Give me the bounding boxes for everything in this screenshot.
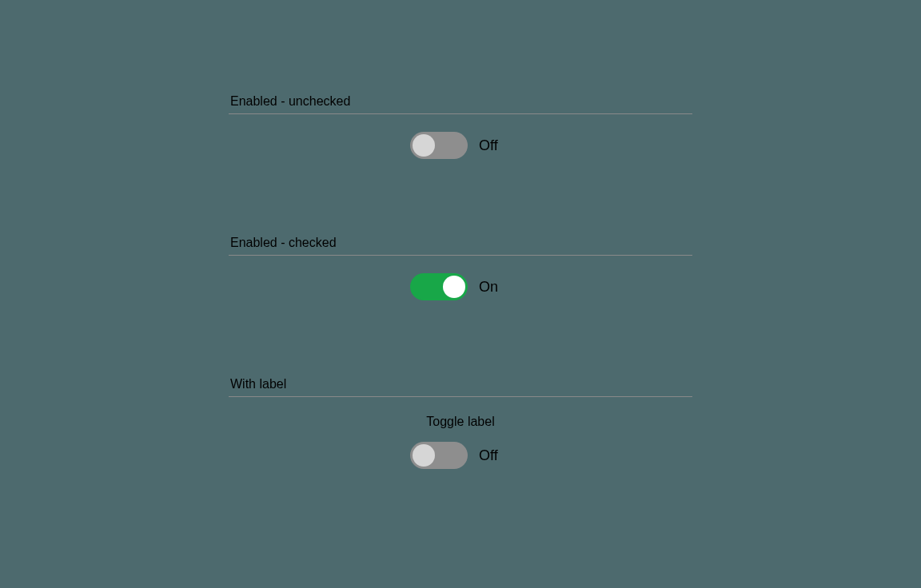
section-divider [229,396,692,397]
toggle-row-checked: On [229,273,692,300]
toggle-label: Toggle label [426,415,494,429]
toggle-row-with-label: Off [410,442,511,469]
toggle-switch-with-label[interactable] [410,442,468,469]
toggle-block-with-label: Toggle label Off [229,415,692,469]
toggle-state-text-unchecked: Off [479,137,511,154]
toggle-knob [443,276,465,298]
toggle-switch-unchecked[interactable] [410,132,468,159]
toggle-row-unchecked: Off [229,132,692,159]
toggle-switch-checked[interactable] [410,273,468,300]
toggle-knob [413,134,435,157]
section-with-label: With label Toggle label Off [229,377,692,469]
demo-container: Enabled - unchecked Off Enabled - checke… [229,0,692,469]
toggle-state-text-checked: On [479,279,511,296]
section-divider [229,255,692,256]
section-heading-unchecked: Enabled - unchecked [230,94,692,109]
section-enabled-unchecked: Enabled - unchecked Off [229,94,692,159]
section-heading-with-label: With label [230,377,692,391]
section-divider [229,113,692,114]
toggle-knob [413,444,435,467]
section-heading-checked: Enabled - checked [230,236,692,250]
toggle-state-text-with-label: Off [479,447,511,464]
section-enabled-checked: Enabled - checked On [229,236,692,300]
